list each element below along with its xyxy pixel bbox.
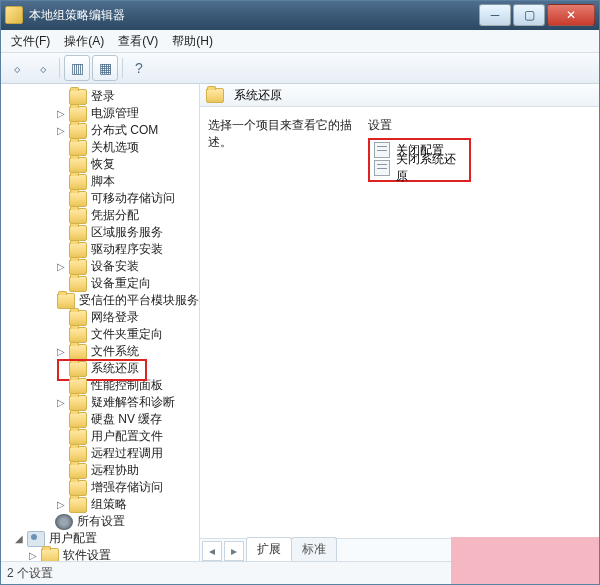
tree: 登录 ▷电源管理 ▷分布式 COM 关机选项 恢复 脚本 可移动存储访问 凭据分… bbox=[1, 84, 199, 561]
folder-icon bbox=[69, 378, 87, 394]
tree-item-label: 增强存储访问 bbox=[91, 479, 163, 496]
tree-item[interactable]: ▷组策略 bbox=[1, 496, 199, 513]
expander-icon[interactable]: ▷ bbox=[55, 125, 67, 136]
tree-item[interactable]: 脚本 bbox=[1, 173, 199, 190]
expander-icon[interactable]: ▷ bbox=[55, 397, 67, 408]
tree-item[interactable]: ▷分布式 COM bbox=[1, 122, 199, 139]
app-icon bbox=[5, 6, 23, 24]
menu-help[interactable]: 帮助(H) bbox=[166, 31, 219, 52]
close-button[interactable]: ✕ bbox=[547, 4, 595, 26]
tree-item-label: 疑难解答和诊断 bbox=[91, 394, 175, 411]
expander-icon[interactable]: ▷ bbox=[27, 550, 39, 561]
tree-item[interactable]: 性能控制面板 bbox=[1, 377, 199, 394]
tree-item[interactable]: 远程协助 bbox=[1, 462, 199, 479]
tree-item-label: 网络登录 bbox=[91, 309, 139, 326]
tree-item[interactable]: 区域服务服务 bbox=[1, 224, 199, 241]
folder-icon bbox=[69, 361, 87, 377]
tree-item-label: 系统还原 bbox=[91, 360, 139, 377]
tree-item[interactable]: ▷设备安装 bbox=[1, 258, 199, 275]
column-header-setting[interactable]: 设置 bbox=[368, 117, 591, 134]
details-pane: 系统还原 选择一个项目来查看它的描述。 设置 关闭配置 关闭 bbox=[200, 84, 599, 561]
tree-item-user-config[interactable]: ◢用户配置 bbox=[1, 530, 199, 547]
folder-icon bbox=[69, 259, 87, 275]
gear-icon bbox=[55, 514, 73, 530]
tree-item[interactable]: ▷疑难解答和诊断 bbox=[1, 394, 199, 411]
folder-icon bbox=[69, 191, 87, 207]
folder-icon bbox=[69, 225, 87, 241]
folder-icon bbox=[41, 548, 59, 562]
expander-icon[interactable]: ▷ bbox=[55, 499, 67, 510]
tree-item-all-settings[interactable]: 所有设置 bbox=[1, 513, 199, 530]
folder-icon bbox=[69, 174, 87, 190]
tree-item[interactable]: ▷软件设置 bbox=[1, 547, 199, 561]
tree-item[interactable]: 硬盘 NV 缓存 bbox=[1, 411, 199, 428]
tree-item-label: 驱动程序安装 bbox=[91, 241, 163, 258]
folder-icon bbox=[69, 395, 87, 411]
folder-icon bbox=[69, 106, 87, 122]
maximize-button[interactable]: ▢ bbox=[513, 4, 545, 26]
user-icon bbox=[27, 531, 45, 547]
tree-item-system-restore[interactable]: 系统还原 bbox=[1, 360, 199, 377]
expander-icon[interactable]: ▷ bbox=[55, 346, 67, 357]
expander-icon[interactable]: ◢ bbox=[13, 533, 25, 544]
expander-icon[interactable]: ▷ bbox=[55, 108, 67, 119]
tab-extended[interactable]: 扩展 bbox=[246, 537, 292, 561]
tree-item[interactable]: 受信任的平台模块服务 bbox=[1, 292, 199, 309]
folder-icon bbox=[69, 123, 87, 139]
menubar: 文件(F) 操作(A) 查看(V) 帮助(H) bbox=[1, 30, 599, 53]
tree-item[interactable]: 驱动程序安装 bbox=[1, 241, 199, 258]
details-button[interactable]: ▦ bbox=[92, 55, 118, 81]
tree-item[interactable]: 网络登录 bbox=[1, 309, 199, 326]
folder-icon bbox=[69, 276, 87, 292]
titlebar: 本地组策略编辑器 ─ ▢ ✕ bbox=[1, 1, 599, 30]
tree-item[interactable]: 恢复 bbox=[1, 156, 199, 173]
tree-item[interactable]: 文件夹重定向 bbox=[1, 326, 199, 343]
folder-icon bbox=[69, 327, 87, 343]
gpedit-window: 本地组策略编辑器 ─ ▢ ✕ 文件(F) 操作(A) 查看(V) 帮助(H) ⬦… bbox=[0, 0, 600, 585]
tree-item[interactable]: 用户配置文件 bbox=[1, 428, 199, 445]
tab-scroll-left[interactable]: ◂ bbox=[202, 541, 222, 561]
tree-item[interactable]: 可移动存储访问 bbox=[1, 190, 199, 207]
tree-item-label: 用户配置 bbox=[49, 530, 97, 547]
tab-standard[interactable]: 标准 bbox=[291, 537, 337, 561]
minimize-button[interactable]: ─ bbox=[479, 4, 511, 26]
tree-item[interactable]: 登录 bbox=[1, 88, 199, 105]
details-header: 系统还原 bbox=[200, 84, 599, 107]
tree-item-label: 脚本 bbox=[91, 173, 115, 190]
toggle-tree-button[interactable]: ▥ bbox=[64, 55, 90, 81]
tree-item[interactable]: 凭据分配 bbox=[1, 207, 199, 224]
tree-item[interactable]: ▷文件系统 bbox=[1, 343, 199, 360]
statusbar: 2 个设置 bbox=[1, 561, 599, 584]
forward-button[interactable]: ⬦ bbox=[31, 56, 55, 80]
menu-action[interactable]: 操作(A) bbox=[58, 31, 110, 52]
folder-icon bbox=[69, 446, 87, 462]
tree-item-label: 可移动存储访问 bbox=[91, 190, 175, 207]
setting-icon bbox=[374, 142, 390, 158]
setting-item[interactable]: 关闭系统还原 bbox=[372, 159, 467, 177]
setting-icon bbox=[374, 160, 390, 176]
folder-icon bbox=[69, 412, 87, 428]
help-button[interactable]: ? bbox=[127, 56, 151, 80]
expander-icon[interactable]: ▷ bbox=[55, 261, 67, 272]
tree-item[interactable]: 远程过程调用 bbox=[1, 445, 199, 462]
folder-icon bbox=[69, 310, 87, 326]
tree-item[interactable]: 增强存储访问 bbox=[1, 479, 199, 496]
menu-file[interactable]: 文件(F) bbox=[5, 31, 56, 52]
description-prompt: 选择一个项目来查看它的描述。 bbox=[208, 117, 358, 151]
details-header-title: 系统还原 bbox=[234, 87, 282, 104]
tree-item[interactable]: 关机选项 bbox=[1, 139, 199, 156]
tree-pane[interactable]: 登录 ▷电源管理 ▷分布式 COM 关机选项 恢复 脚本 可移动存储访问 凭据分… bbox=[1, 84, 200, 561]
tab-scroll-right[interactable]: ▸ bbox=[224, 541, 244, 561]
folder-icon bbox=[69, 140, 87, 156]
folder-icon bbox=[69, 89, 87, 105]
tree-item[interactable]: 设备重定向 bbox=[1, 275, 199, 292]
menu-view[interactable]: 查看(V) bbox=[112, 31, 164, 52]
folder-icon bbox=[69, 497, 87, 513]
status-text: 2 个设置 bbox=[7, 565, 53, 582]
toolbar-separator bbox=[59, 58, 60, 78]
tree-item[interactable]: ▷电源管理 bbox=[1, 105, 199, 122]
back-button[interactable]: ⬦ bbox=[5, 56, 29, 80]
folder-icon bbox=[69, 242, 87, 258]
description-panel: 选择一个项目来查看它的描述。 bbox=[208, 117, 358, 538]
tree-item-label: 恢复 bbox=[91, 156, 115, 173]
